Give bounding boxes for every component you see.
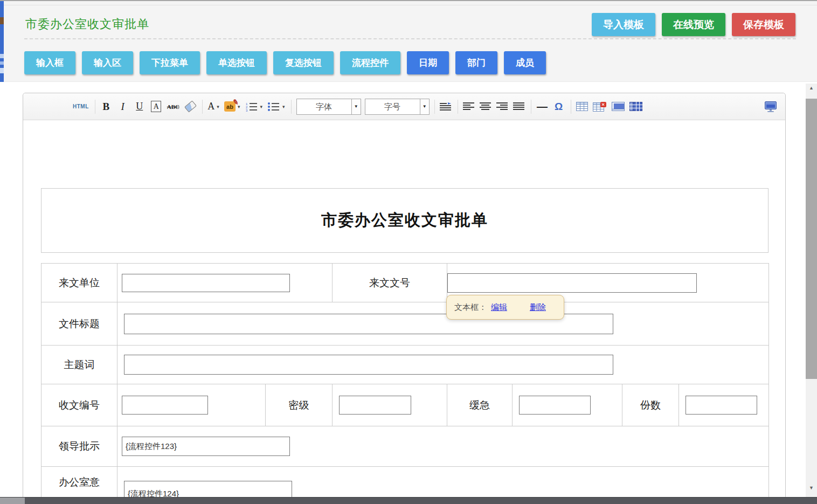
align-justify-icon[interactable] (513, 99, 525, 115)
toolbar-divider (571, 100, 571, 114)
vertical-scrollbar[interactable]: ▲ ▼ (806, 84, 817, 497)
toolbar-divider (531, 100, 531, 114)
bottom-bar-segment (0, 498, 25, 504)
insert-table-icon[interactable] (576, 99, 588, 115)
align-center-icon[interactable] (480, 99, 491, 115)
page-title: 市委办公室收文审批单 (25, 16, 149, 32)
fullscreen-monitor-icon[interactable] (764, 99, 778, 115)
delete-table-icon[interactable]: × (593, 99, 607, 115)
toolbar-divider (202, 100, 203, 114)
editor-document-area[interactable]: 市委办公室收文审批单 来文单位 来文文号 文件标题 (23, 120, 785, 504)
window-top-edge (0, 0, 817, 1)
leader-note-flow-control-input[interactable] (122, 437, 290, 456)
header-actions: 导入模板 在线预览 保存模板 (592, 13, 795, 36)
special-character-icon[interactable]: Ω (553, 99, 565, 115)
label-urgency: 缓急 (447, 384, 513, 426)
merge-cell-icon[interactable] (612, 99, 625, 115)
online-preview-button[interactable]: 在线预览 (662, 13, 725, 36)
left-window-strip (0, 1, 4, 82)
label-subject: 主题词 (41, 346, 117, 384)
save-template-button[interactable]: 保存模板 (732, 13, 795, 36)
subject-input[interactable] (124, 355, 613, 375)
urgency-input[interactable] (519, 396, 591, 415)
italic-icon[interactable]: I (117, 99, 129, 115)
label-receive-no: 收文编号 (41, 384, 117, 426)
toolbar-divider (95, 100, 95, 114)
toolbar-divider (458, 100, 458, 114)
left-strip-mark (0, 17, 4, 24)
chevron-down-icon[interactable]: ▼ (420, 99, 429, 114)
form-fields-table: 来文单位 来文文号 文件标题 主题词 收文编号 密级 (41, 263, 769, 504)
form-container: 市委办公室收文审批单 来文单位 来文文号 文件标题 (41, 188, 768, 504)
table-row: 主题词 (41, 346, 769, 384)
widget-member-button[interactable]: 成员 (504, 51, 546, 74)
font-color-icon[interactable]: A▾ (207, 99, 219, 115)
svg-text:3: 3 (246, 109, 248, 112)
font-size-select[interactable]: 字号▼ (365, 99, 430, 115)
bullet-list-icon[interactable]: ▾ (267, 99, 285, 115)
widget-textarea-button[interactable]: 输入区 (82, 51, 133, 74)
svg-text:×: × (601, 102, 604, 107)
label-source-unit: 来文单位 (41, 264, 117, 302)
widget-flow-control-button[interactable]: 流程控件 (340, 51, 400, 74)
strikethrough-icon[interactable]: ABC (167, 99, 179, 115)
left-strip-mark (0, 61, 4, 65)
scrollbar-thumb[interactable] (806, 99, 817, 379)
copies-input[interactable] (686, 396, 757, 415)
underline-icon[interactable]: U (134, 99, 146, 115)
widget-department-button[interactable]: 部门 (455, 51, 497, 74)
tooltip-label: 文本框： (454, 302, 487, 313)
secrecy-input[interactable] (339, 396, 411, 415)
source-unit-input[interactable] (122, 274, 290, 292)
table-row: 来文单位 来文文号 (41, 264, 769, 302)
widget-dropdown-button[interactable]: 下拉菜单 (140, 51, 200, 74)
ordered-list-icon[interactable]: 1 2 3 ▾ (245, 99, 263, 115)
toolbar-divider (291, 100, 292, 114)
horizontal-rule-icon[interactable]: — (536, 99, 548, 115)
font-style-box-icon[interactable]: A (151, 101, 161, 112)
label-doc-no: 来文文号 (333, 264, 447, 302)
bottom-window-bar (0, 497, 817, 504)
dashed-separator (24, 38, 796, 39)
align-left-icon[interactable] (463, 99, 475, 115)
font-family-select[interactable]: 字体▼ (296, 99, 361, 115)
scroll-up-arrow-icon[interactable]: ▲ (806, 84, 817, 93)
table-grid-icon[interactable] (629, 99, 642, 115)
widget-input-box-button[interactable]: 输入框 (24, 51, 75, 74)
label-leader-note: 领导批示 (41, 426, 117, 467)
label-copies: 份数 (622, 384, 679, 426)
indent-icon[interactable] (440, 99, 452, 115)
window-top-edge-inner (0, 5, 817, 5)
widget-button-row: 输入框 输入区 下拉菜单 单选按钮 复选按钮 流程控件 日期 部门 成员 (24, 51, 546, 74)
tooltip-edit-link[interactable]: 编辑 (491, 302, 507, 313)
import-template-button[interactable]: 导入模板 (592, 13, 655, 36)
widget-checkbox-button[interactable]: 复选按钮 (273, 51, 334, 74)
left-strip-mark (0, 68, 4, 73)
highlight-color-icon[interactable]: ab✎▾ (224, 99, 240, 115)
source-code-icon[interactable]: HTML (73, 99, 89, 115)
form-title-table: 市委办公室收文审批单 (41, 188, 768, 253)
scroll-down-arrow-icon[interactable]: ▼ (806, 484, 817, 493)
align-right-icon[interactable] (496, 99, 508, 115)
chevron-down-icon[interactable]: ▼ (351, 99, 361, 114)
textbox-edit-tooltip: 文本框： 编辑 删除 (446, 295, 564, 320)
table-row: 领导批示 (41, 426, 769, 467)
editor-toolbar: HTML B I U A ABC A▾ ab✎▾ 1 2 3 ▾ (23, 93, 785, 120)
left-strip-mark (0, 54, 4, 58)
doc-no-input[interactable] (447, 273, 697, 293)
toolbar-divider (434, 100, 435, 114)
receive-no-input[interactable] (122, 396, 208, 415)
rich-text-editor-panel: HTML B I U A ABC A▾ ab✎▾ 1 2 3 ▾ (23, 93, 786, 504)
table-row: 收文编号 密级 缓急 份数 (41, 384, 769, 426)
tooltip-delete-link[interactable]: 删除 (530, 302, 546, 313)
widget-radio-button[interactable]: 单选按钮 (206, 51, 267, 74)
label-secrecy: 密级 (266, 384, 333, 426)
label-doc-title: 文件标题 (41, 302, 117, 346)
bold-icon[interactable]: B (100, 99, 112, 115)
form-title: 市委办公室收文审批单 (321, 211, 488, 229)
remove-format-eraser-icon[interactable] (184, 99, 196, 115)
table-row: 文件标题 (41, 302, 769, 346)
widget-date-button[interactable]: 日期 (407, 51, 449, 74)
